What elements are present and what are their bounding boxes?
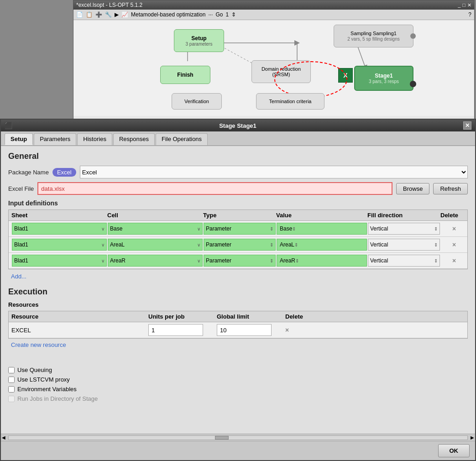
tab-file-operations[interactable]: File Operations <box>156 133 208 145</box>
value-cell-2[interactable]: AreaL ⇕ <box>277 239 367 251</box>
dialog-title: Stage Stage1 <box>219 122 256 129</box>
tab-responses[interactable]: Responses <box>113 133 155 145</box>
table-row: Blad1 ∨ Base ∨ Parameter ⇕ Base ⇕ Vertic… <box>9 221 467 237</box>
resources-table: Resource Units per job Global limit Dele… <box>8 311 468 339</box>
create-resource-link[interactable]: Create new resource <box>8 341 69 349</box>
delete-row-1[interactable]: × <box>452 225 456 232</box>
node-termination[interactable]: Termination criteria <box>256 93 324 110</box>
fill-cell-2[interactable]: Vertical ⇕ <box>368 239 440 251</box>
res-col-resource: Resource <box>11 313 148 320</box>
tab-histories[interactable]: Histories <box>77 133 112 145</box>
res-table-header: Resource Units per job Global limit Dele… <box>9 311 467 322</box>
table-header: Sheet Cell Type Value Fill direction Del… <box>9 210 467 221</box>
cell-cell-3[interactable]: AreaR ∨ <box>108 255 203 267</box>
sheet-cell-1[interactable]: Blad1 ∨ <box>12 223 107 235</box>
toolbar-help-icon: ? <box>468 11 471 18</box>
bg-canvas: Setup 3 parameters Finish Domain reducti… <box>73 20 474 116</box>
toolbar-icon3: ➕ <box>95 11 102 18</box>
env-vars-row: Environment Variables <box>8 386 468 393</box>
type-cell-2[interactable]: Parameter ⇕ <box>204 239 276 251</box>
bg-title: *excel.lsopt - LS-OPT 5.1.2 <box>76 2 142 8</box>
res-units-input[interactable] <box>148 324 203 336</box>
input-definitions-table: Sheet Cell Type Value Fill direction Del… <box>8 210 468 269</box>
excel-file-row: Excel File Browse Refresh <box>8 182 468 195</box>
env-vars-checkbox[interactable] <box>8 386 15 393</box>
scrollbar-track[interactable] <box>8 435 468 440</box>
tab-parameters[interactable]: Parameters <box>34 133 76 145</box>
use-lstcvm-checkbox[interactable] <box>8 377 15 383</box>
res-global-input[interactable] <box>217 324 272 336</box>
use-queuing-label: Use Queuing <box>17 367 52 373</box>
dialog-footer: OK <box>1 441 475 460</box>
excel-icon: X <box>338 68 353 83</box>
toolbar-mode-label: Metamodel-based optimization <box>131 11 205 18</box>
res-col-units: Units per job <box>148 313 217 320</box>
type-cell-3[interactable]: Parameter ⇕ <box>204 255 276 267</box>
fill-cell-3[interactable]: Vertical ⇕ <box>368 255 440 267</box>
res-table-row: EXCEL × <box>9 322 467 338</box>
use-queuing-row: Use Queuing <box>8 367 468 373</box>
dialog-close-button[interactable]: ✕ <box>463 121 471 130</box>
toolbar-chart-icon: 📈 <box>121 11 128 18</box>
toolbar-go-label: Go <box>215 11 223 18</box>
use-queuing-checkbox[interactable] <box>8 367 15 373</box>
use-lstcvm-label: Use LSTCVM proxy <box>17 376 70 383</box>
value-cell-1[interactable]: Base ⇕ <box>277 223 367 235</box>
bg-toolbar: 📄 📋 ➕ 🔧 ▶ 📈 Metamodel-based optimization… <box>73 10 474 20</box>
checkboxes-section: Use Queuing Use LSTCVM proxy Environment… <box>8 367 468 402</box>
run-jobs-label: Run Jobs in Directory of Stage <box>17 395 98 402</box>
add-row-link[interactable]: Add... <box>8 271 29 282</box>
node-sampling[interactable]: Sampling Sampling12 vars, 5 sp filling d… <box>334 25 413 47</box>
res-col-delete: Delete <box>285 313 331 320</box>
sheet-cell-3[interactable]: Blad1 ∨ <box>12 255 107 267</box>
toolbar-icon5: ▶ <box>115 11 119 18</box>
use-lstcvm-row: Use LSTCVM proxy <box>8 376 468 383</box>
tab-setup[interactable]: Setup <box>5 133 33 145</box>
browse-button[interactable]: Browse <box>396 183 429 194</box>
excel-file-input[interactable] <box>37 182 392 195</box>
ok-button[interactable]: OK <box>438 444 470 457</box>
type-cell-1[interactable]: Parameter ⇕ <box>204 223 276 235</box>
bg-window-controls: _ □ ✕ <box>458 2 471 8</box>
table-row: Blad1 ∨ AreaR ∨ Parameter ⇕ AreaR ⇕ Vert… <box>9 253 467 269</box>
bg-app-window: *excel.lsopt - LS-OPT 5.1.2 _ □ ✕ 📄 📋 ➕ … <box>73 0 475 123</box>
value-cell-3[interactable]: AreaR ⇕ <box>277 255 367 267</box>
col-value: Value <box>276 212 367 219</box>
general-title: General <box>8 152 468 161</box>
cell-cell-1[interactable]: Base ∨ <box>108 223 203 235</box>
sheet-cell-2[interactable]: Blad1 ∨ <box>12 239 107 251</box>
cell-cell-2[interactable]: AreaL ∨ <box>108 239 203 251</box>
toolbar-icon1: 📄 <box>76 11 83 18</box>
col-cell: Cell <box>107 212 203 219</box>
res-delete-btn[interactable]: × <box>285 326 331 334</box>
node-setup[interactable]: Setup 3 parameters <box>174 29 224 52</box>
toolbar-stepper: ⇕ <box>231 11 236 18</box>
col-type: Type <box>203 212 276 219</box>
package-select[interactable]: Excel <box>80 166 468 178</box>
node-domain-reduction[interactable]: Domain reduction(SRSM) <box>251 60 311 83</box>
env-vars-label: Environment Variables <box>17 386 77 393</box>
refresh-button[interactable]: Refresh <box>433 183 468 194</box>
res-col-global: Global limit <box>217 313 285 320</box>
bg-titlebar: *excel.lsopt - LS-OPT 5.1.2 _ □ ✕ <box>73 0 474 10</box>
scrollbar-thumb[interactable] <box>215 436 229 440</box>
delete-row-3[interactable]: × <box>452 257 456 264</box>
res-name: EXCEL <box>11 327 148 334</box>
delete-row-2[interactable]: × <box>452 241 456 248</box>
input-definitions-title: Input definitions <box>8 199 468 207</box>
node-finish[interactable]: Finish <box>160 66 210 84</box>
toolbar-icon2: 📋 <box>86 11 93 18</box>
fill-cell-1[interactable]: Vertical ⇕ <box>368 223 440 235</box>
package-name-row: Package Name Excel Excel <box>8 166 468 178</box>
stage-dialog: ⬛ Stage Stage1 ✕ Setup Parameters Histor… <box>0 119 476 461</box>
node-stage1[interactable]: Stage1 3 pars, 3 resps <box>354 66 413 91</box>
horizontal-scrollbar[interactable]: ◀ ▶ <box>1 434 475 441</box>
resources-label: Resources <box>8 301 468 308</box>
dialog-titlebar: ⬛ Stage Stage1 ✕ <box>1 120 475 131</box>
toolbar-icon4: 🔧 <box>105 11 112 18</box>
run-jobs-row: Run Jobs in Directory of Stage <box>8 395 468 402</box>
toolbar-counter: 1 <box>225 11 229 18</box>
node-verification[interactable]: Verification <box>172 93 222 110</box>
execution-section: Execution Resources Resource Units per j… <box>8 287 468 402</box>
excel-file-label: Excel File <box>8 185 34 192</box>
